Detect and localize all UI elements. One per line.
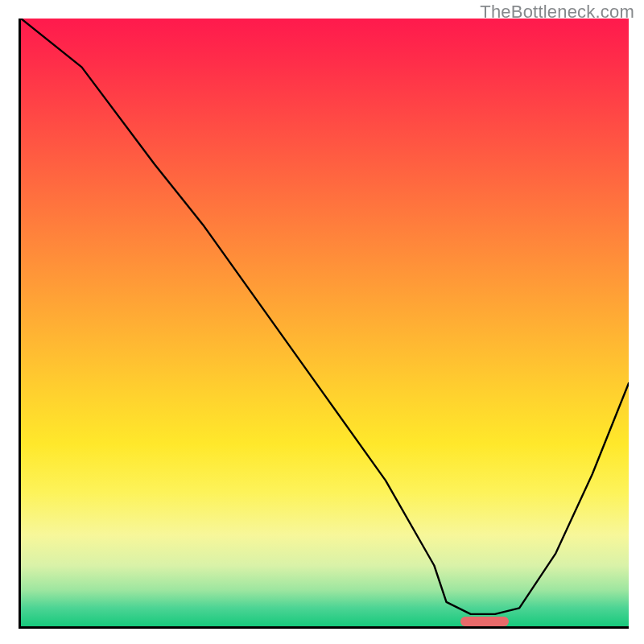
plot-area	[19, 19, 629, 629]
gradient-background	[21, 19, 629, 626]
optimal-range-marker	[460, 617, 510, 626]
chart-container: TheBottleneck.com	[0, 0, 644, 644]
